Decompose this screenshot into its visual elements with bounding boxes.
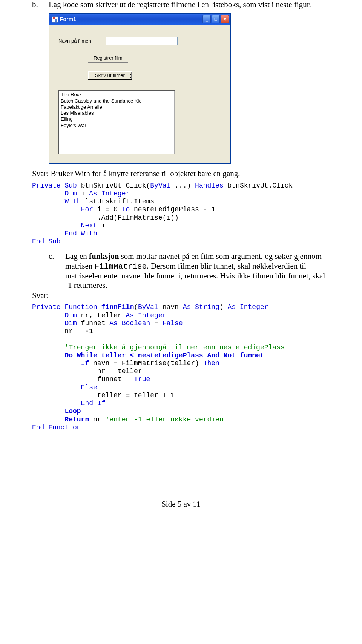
svar2-label: Svar: xyxy=(32,291,330,300)
film-name-input[interactable] xyxy=(106,37,178,45)
list-item[interactable]: Elling xyxy=(61,116,173,122)
section-c-text: Lag en funksjon som mottar navnet på en … xyxy=(65,252,330,290)
list-marker-b: b. xyxy=(32,0,49,9)
code-block-2: Private Function finnFilm(ByVal navn As … xyxy=(32,303,330,432)
close-icon[interactable]: ✕ xyxy=(221,15,229,23)
window-title: Form1 xyxy=(60,16,202,23)
code-block-1: Private Sub btnSkrivUt_Click(ByVal ...) … xyxy=(32,182,330,246)
film-name-row: Navn på filmen xyxy=(58,37,221,45)
form1-window: Form1 _ □ ✕ Navn på filmen Registrer fil… xyxy=(49,13,231,164)
list-item[interactable]: Foyle's War xyxy=(61,123,173,129)
register-button-row: Registrer film xyxy=(88,54,221,63)
film-name-label: Navn på filmen xyxy=(58,38,106,44)
app-icon xyxy=(52,16,58,23)
maximize-icon[interactable]: □ xyxy=(212,15,220,23)
list-item[interactable]: Fabelaktige Amelie xyxy=(61,104,173,110)
titlebar: Form1 _ □ ✕ xyxy=(49,14,230,25)
register-film-button[interactable]: Registrer film xyxy=(88,54,128,63)
form-body: Navn på filmen Registrer film Skriv ut f… xyxy=(49,25,230,163)
print-button-row: Skriv ut filmer xyxy=(88,71,221,80)
list-item[interactable]: Les Miserables xyxy=(61,110,173,116)
list-item[interactable]: Butch Cassidy and the Sundance Kid xyxy=(61,98,173,104)
films-listbox[interactable]: The Rock Butch Cassidy and the Sundance … xyxy=(58,90,175,154)
page-footer: Side 5 av 11 xyxy=(32,500,330,509)
svar1-intro: Svar: Bruker With for å knytte referanse… xyxy=(32,169,330,178)
section-b: b. Lag kode som skriver ut de registrert… xyxy=(32,0,330,9)
window-buttons: _ □ ✕ xyxy=(202,15,229,23)
section-c: c. Lag en funksjon som mottar navnet på … xyxy=(49,252,330,290)
section-b-text: Lag kode som skriver ut de registrerte f… xyxy=(49,0,330,9)
list-item[interactable]: The Rock xyxy=(61,92,173,98)
print-films-button[interactable]: Skriv ut filmer xyxy=(88,71,132,80)
list-marker-c: c. xyxy=(49,252,65,290)
minimize-icon[interactable]: _ xyxy=(202,15,211,23)
